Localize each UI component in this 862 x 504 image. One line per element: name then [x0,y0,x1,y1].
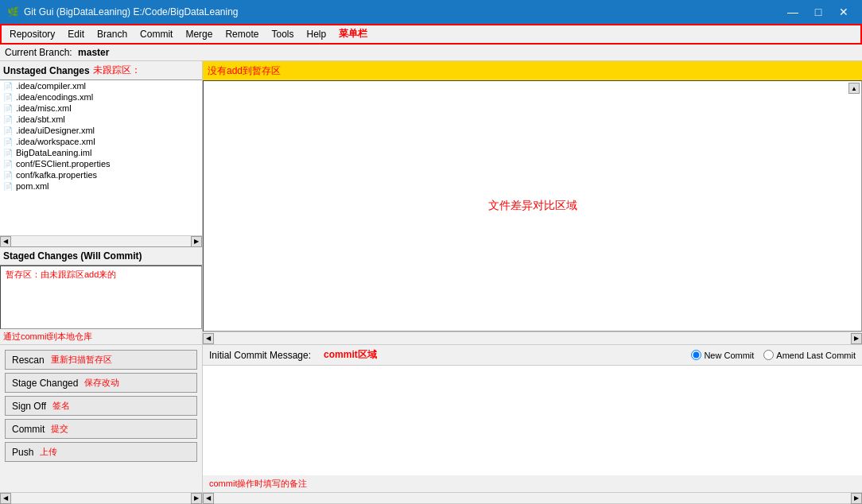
staged-header: Staged Changes (Will Commit) [0,246,202,266]
commit-scroll-right[interactable]: ▶ [851,493,862,504]
stage-changed-button[interactable]: Stage Changed 保存改动 [5,373,197,393]
commit-note: 通过commit到本地仓库 [0,329,202,344]
menu-merge[interactable]: Merge [179,26,219,42]
file-name: BigDataLeaning.iml [16,148,91,157]
amend-commit-input[interactable] [763,350,774,360]
diff-scroll-up[interactable]: ▲ [848,83,860,94]
commit-note-text: commit操作时填写的备注 [203,475,862,492]
stage-changed-label: Stage Changed [12,378,78,389]
file-name: conf/kafka.properties [16,170,97,180]
close-button[interactable]: ✕ [832,4,856,20]
commit-message-textarea[interactable] [203,366,862,475]
menu-remote[interactable]: Remote [219,26,265,42]
sign-off-button[interactable]: Sign Off 签名 [5,396,197,416]
rescan-note: 重新扫描暂存区 [51,354,112,366]
rescan-button[interactable]: Rescan 重新扫描暂存区 [5,350,197,370]
scroll-left-arrow[interactable]: ◀ [0,236,11,247]
file-name: .idea/compiler.xml [16,81,86,91]
upper-section: Unstaged Changes 未跟踪区： 📄.idea/compiler.x… [0,61,862,344]
menu-repository[interactable]: Repository [3,26,61,42]
commit-button[interactable]: Commit 提交 [5,419,197,439]
current-branch-value: master [78,47,109,58]
file-name: pom.xml [16,181,49,191]
file-name: .idea/encodings.xml [16,92,93,102]
menu-branch[interactable]: Branch [91,26,134,42]
file-item[interactable]: 📄.idea/uiDesigner.xml [0,125,202,136]
diff-scroll-right[interactable]: ▶ [851,333,862,344]
amend-commit-radio[interactable]: Amend Last Commit [763,350,856,360]
diff-label: 文件差异对比区域 [488,199,577,213]
menu-tools[interactable]: Tools [265,26,300,42]
staged-note: 暂存区：由未跟踪区add来的 [1,266,201,283]
file-icon: 📄 [3,171,13,180]
file-name: .idea/sbt.xml [16,114,65,124]
stage-changed-note: 保存改动 [84,377,119,389]
file-item[interactable]: 📄pom.xml [0,180,202,192]
file-icon: 📄 [3,115,13,124]
unstaged-notice-text: 没有add到暂存区 [208,64,281,78]
staged-label: Staged Changes (Will Commit) [3,250,142,262]
sign-off-note: 签名 [52,400,70,412]
file-list-content[interactable]: 📄.idea/compiler.xml📄.idea/encodings.xml📄… [0,80,202,235]
menu-edit[interactable]: Edit [61,26,91,42]
file-item[interactable]: 📄.idea/compiler.xml [0,80,202,91]
minimize-button[interactable]: — [781,4,805,20]
diff-area[interactable]: 文件差异对比区域 ▲ [203,80,862,331]
unstaged-file-list-area: 📄.idea/compiler.xml📄.idea/encodings.xml📄… [0,80,202,235]
unstaged-header: Unstaged Changes 未跟踪区： [0,61,202,80]
scroll-right-arrow[interactable]: ▶ [191,236,202,247]
main-wrapper: Unstaged Changes 未跟踪区： 📄.idea/compiler.x… [0,61,862,503]
bottom-right: Initial Commit Message: commit区域 New Com… [203,345,862,503]
push-label: Push [12,447,33,458]
file-icon: 📄 [3,149,13,157]
current-branch-label: Current Branch: [5,47,72,58]
file-icon: 📄 [3,160,13,169]
menu-commit[interactable]: Commit [134,26,179,42]
file-name: .idea/workspace.xml [16,137,95,146]
menu-help[interactable]: Help [300,26,332,42]
commit-h-scrollbar[interactable]: ◀ ▶ [203,492,862,503]
file-icon: 📄 [3,93,13,102]
unstaged-notice: 没有add到暂存区 [203,61,862,80]
file-item[interactable]: 📄.idea/workspace.xml [0,136,202,147]
maximize-button[interactable]: □ [806,4,830,20]
file-name: conf/ESClient.properties [16,159,111,169]
title-text: Git Gui (BigDataLeaning) E:/Code/BigData… [24,6,239,17]
left-panel: Unstaged Changes 未跟踪区： 📄.idea/compiler.x… [0,61,203,344]
file-item[interactable]: 📄.idea/encodings.xml [0,91,202,103]
right-panel: 没有add到暂存区 文件差异对比区域 ▲ ◀ ▶ [203,61,862,344]
menu-bar: Repository Edit Branch Commit Merge Remo… [0,24,862,45]
commit-scroll-left[interactable]: ◀ [203,493,214,504]
bl-scroll-right[interactable]: ▶ [191,493,202,504]
window-controls: — □ ✕ [781,4,856,20]
file-name: .idea/uiDesigner.xml [16,126,95,135]
file-item[interactable]: 📄BigDataLeaning.iml [0,147,202,158]
bottom-left: Rescan 重新扫描暂存区 Stage Changed 保存改动 Sign O… [0,345,203,503]
commit-msg-label: Initial Commit Message: [209,350,311,361]
file-item[interactable]: 📄.idea/sbt.xml [0,114,202,125]
commit-radio-group: New Commit Amend Last Commit [691,350,856,360]
file-icon: 📄 [3,182,13,191]
bottom-section: Rescan 重新扫描暂存区 Stage Changed 保存改动 Sign O… [0,344,862,503]
bl-scroll-left[interactable]: ◀ [0,493,11,504]
commit-note-btn: 提交 [51,423,68,435]
file-item[interactable]: 📄.idea/misc.xml [0,103,202,114]
new-commit-radio[interactable]: New Commit [691,350,754,360]
diff-scroll-left[interactable]: ◀ [203,333,214,344]
sign-off-label: Sign Off [12,401,46,412]
unstaged-h-scrollbar[interactable]: ◀ ▶ [0,235,202,246]
file-item[interactable]: 📄conf/kafka.properties [0,169,202,180]
push-button[interactable]: Push 上传 [5,442,197,462]
file-icon: 📄 [3,104,13,113]
file-item[interactable]: 📄conf/ESClient.properties [0,158,202,169]
diff-h-scrollbar[interactable]: ◀ ▶ [203,331,862,344]
staged-area[interactable]: 暂存区：由未跟踪区add来的 [0,266,202,329]
new-commit-input[interactable] [691,350,701,360]
file-icon: 📄 [3,126,13,135]
bottom-left-h-scrollbar[interactable]: ◀ ▶ [0,492,202,503]
commit-area-label: commit区域 [324,348,377,362]
commit-label: Commit [12,424,45,435]
title-bar: 🌿 Git Gui (BigDataLeaning) E:/Code/BigDa… [0,0,862,24]
app-icon: 🌿 [6,6,19,18]
current-branch-bar: Current Branch: master [0,45,862,61]
